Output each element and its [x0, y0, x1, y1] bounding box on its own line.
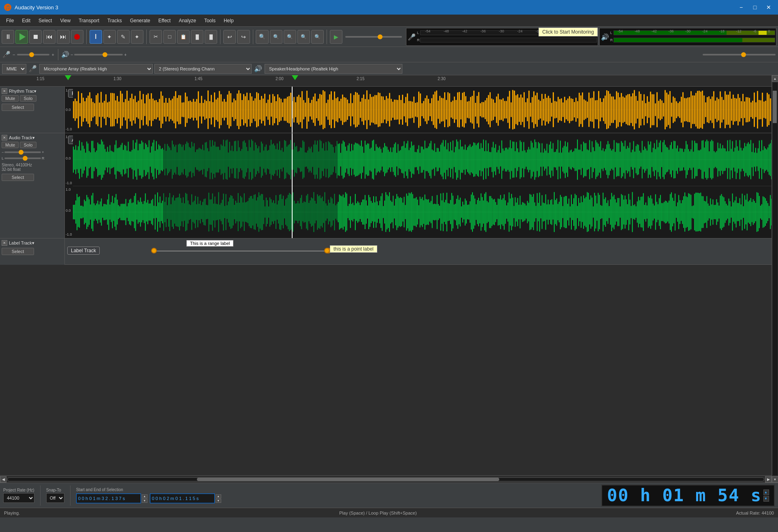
hscroll-track[interactable]	[7, 477, 764, 481]
trim-button[interactable]: ▐▌	[191, 30, 203, 44]
track-audio-solo[interactable]: Solo	[20, 142, 36, 148]
end-marker[interactable]	[292, 75, 298, 80]
silence-button[interactable]: ▐▌	[205, 30, 217, 44]
menu-file[interactable]: File	[2, 16, 18, 25]
audio-pan-slider[interactable]	[4, 157, 41, 159]
track-rhythm-mute[interactable]: Mute	[2, 95, 19, 102]
vscroll-down[interactable]: ▼	[772, 476, 778, 483]
mic-gain-slider[interactable]	[17, 54, 49, 55]
copy-button[interactable]: □	[163, 30, 176, 44]
tool-envelope[interactable]: ✦	[103, 30, 116, 44]
vscroll-track[interactable]	[773, 83, 778, 475]
zoom-in-button[interactable]: 🔍	[256, 30, 268, 44]
menu-edit[interactable]: Edit	[18, 16, 34, 25]
track-label-close[interactable]: ✕	[2, 240, 7, 246]
tool-selection[interactable]: I	[90, 30, 102, 44]
undo-button[interactable]: ↩	[223, 30, 236, 44]
track-label-select[interactable]: Select	[2, 248, 34, 255]
play-button[interactable]	[15, 30, 28, 44]
maximize-button[interactable]: □	[750, 2, 760, 13]
host-select[interactable]: MME	[2, 64, 26, 74]
speed-track	[345, 36, 402, 38]
pause-button[interactable]: ⏸	[2, 30, 14, 44]
playback-speed-slider[interactable]	[703, 54, 776, 55]
speed-knob[interactable]	[378, 34, 383, 39]
channel-select[interactable]: 2 (Stereo) Recording Chann	[154, 64, 252, 74]
tool-multi[interactable]: ✦	[131, 30, 143, 44]
close-button[interactable]: ✕	[763, 2, 774, 13]
redo-button[interactable]: ↪	[237, 30, 250, 44]
speaker-select[interactable]: Speaker/Headphone (Realtek High	[265, 64, 402, 74]
menu-transport[interactable]: Transport	[75, 16, 103, 25]
menu-effect[interactable]: Effect	[154, 16, 175, 25]
vu-meter-container[interactable]: 🎤 L R Click to Start Monito	[406, 28, 598, 46]
track-rhythm-solo[interactable]: Solo	[20, 95, 36, 102]
menu-tools[interactable]: Tools	[200, 16, 220, 25]
big-time-up[interactable]: ▲	[763, 489, 769, 495]
end-time-down[interactable]: ▼	[216, 499, 221, 503]
track-audio-header: ✕ Audio Track▾	[2, 135, 63, 140]
mic-gain-knob[interactable]	[29, 52, 34, 57]
mic-gain-minus: −	[12, 52, 16, 57]
hscroll-thumb[interactable]	[197, 478, 499, 481]
track-audio-canvas[interactable]: 1.0 0.0 -1.0 1.0 0.0 -1.0 Audio Track wi…	[65, 133, 772, 238]
play-at-speed[interactable]: ▶	[330, 30, 342, 44]
end-time-input[interactable]	[150, 494, 215, 503]
zoom-fit-button[interactable]: 🔍	[297, 30, 310, 44]
start-time-down[interactable]: ▼	[142, 499, 147, 503]
skip-start-button[interactable]: ⏮	[43, 30, 56, 44]
minimize-button[interactable]: −	[736, 2, 746, 13]
zoom-toggle-button[interactable]: 🔍	[311, 30, 324, 44]
menu-select[interactable]: Select	[34, 16, 56, 25]
track-label-name[interactable]: Label Track▾	[9, 240, 63, 246]
monitoring-tooltip[interactable]: Click to Start Monitoring	[539, 28, 597, 36]
menu-help[interactable]: Help	[220, 16, 238, 25]
track-audio-close[interactable]: ✕	[2, 135, 7, 140]
vscroll-thumb[interactable]	[773, 91, 777, 123]
menu-view[interactable]: View	[56, 16, 75, 25]
point-label-dot[interactable]	[324, 248, 330, 253]
label-track-canvas[interactable]: Label Track This is a range label	[65, 238, 772, 263]
cut-button[interactable]: ✂	[150, 30, 162, 44]
vol-knob[interactable]	[103, 52, 107, 57]
vscroll-up[interactable]: ▲	[772, 75, 778, 82]
vu-R-label: R	[417, 38, 420, 42]
record-button[interactable]	[71, 30, 83, 44]
microphone-select[interactable]: Microphone Array (Realtek High	[39, 64, 153, 74]
track-audio-name[interactable]: Audio Track▾	[9, 135, 63, 140]
start-time-up[interactable]: ▲	[142, 494, 147, 498]
project-rate-select[interactable]: 44100	[3, 493, 34, 503]
skip-end-button[interactable]: ⏭	[57, 30, 69, 44]
track-rhythm-select[interactable]: Select	[2, 104, 34, 111]
track-rhythm-name[interactable]: Rhythm Trac▾	[9, 89, 63, 94]
stop-button[interactable]: ⏹	[29, 30, 42, 44]
hscroll-right[interactable]: ▶	[765, 476, 772, 483]
point-label-text[interactable]: this is a point label	[330, 245, 377, 253]
track-audio-select[interactable]: Select	[2, 174, 34, 181]
big-time-down[interactable]: ▼	[763, 496, 769, 502]
audio-gain-knob[interactable]	[19, 150, 24, 155]
range-label-text[interactable]: This is a range label	[186, 240, 233, 247]
speaker-vu-meter[interactable]: 🔊 L R -54-48-42-36-30-24-18-12-60	[599, 28, 776, 46]
menu-tracks[interactable]: Tracks	[103, 16, 126, 25]
track-rhythm-canvas[interactable]: 1.0 0.0 -1.0 Rhythm Track /Label Track	[65, 87, 772, 133]
tool-draw[interactable]: ✎	[117, 30, 130, 44]
track-audio-mute[interactable]: Mute	[2, 142, 19, 148]
playback-speed-knob[interactable]	[741, 52, 746, 57]
start-time-input[interactable]	[76, 494, 141, 503]
range-label-left-dot[interactable]	[151, 248, 157, 253]
hscroll-left[interactable]: ◀	[0, 476, 6, 483]
menu-analyze[interactable]: Analyze	[175, 16, 200, 25]
menu-generate[interactable]: Generate	[126, 16, 154, 25]
zoom-sel-button[interactable]: 🔍	[284, 30, 296, 44]
timeline-ruler[interactable]: 1:15 1:30 1:45 2:00 2:15 2:30	[0, 75, 772, 87]
vol-slider[interactable]	[74, 54, 123, 55]
end-time-up[interactable]: ▲	[216, 494, 221, 498]
zoom-out-button[interactable]: 🔍	[270, 30, 282, 44]
start-marker[interactable]	[65, 75, 71, 80]
paste-button[interactable]: 📋	[177, 30, 190, 44]
track-rhythm-close[interactable]: ✕	[2, 88, 7, 94]
snap-to-select[interactable]: Off	[46, 493, 64, 503]
audio-pan-knob[interactable]	[23, 156, 28, 161]
audio-gain-slider[interactable]	[4, 151, 41, 153]
